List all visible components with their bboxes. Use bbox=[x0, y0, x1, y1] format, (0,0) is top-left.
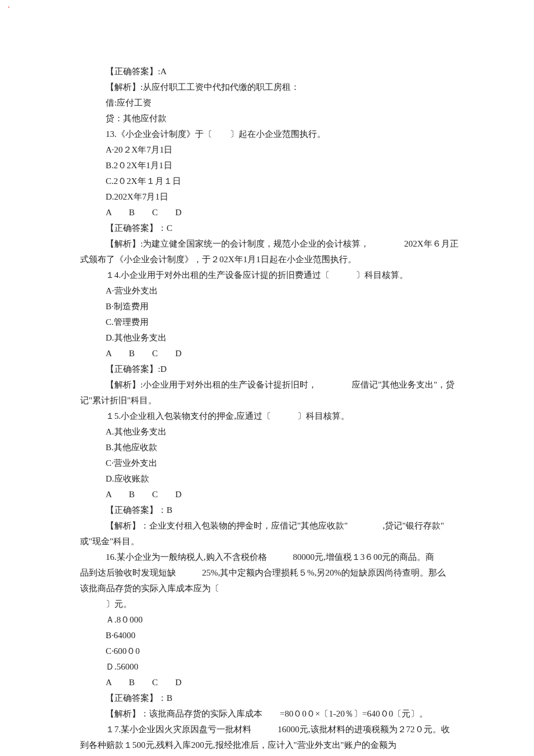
q16-abcd: A B C D bbox=[80, 675, 459, 690]
q12-credit: 贷：其他应付款 bbox=[80, 111, 459, 126]
q15-option-d: D.应收账款 bbox=[80, 471, 459, 487]
q15-abcd: A B C D bbox=[80, 487, 459, 502]
q14-option-d: D.其他业务支出 bbox=[80, 330, 459, 346]
q16-answer: 【正确答案】：B bbox=[80, 690, 459, 706]
q13-option-c: C.2０2X年１月１日 bbox=[80, 173, 459, 189]
q14-answer: 【正确答案】:D bbox=[80, 361, 459, 377]
q17-stem-2: 到各种赔款１500元,残料入库200元,报经批准后，应计入"营业外支出"账户的金… bbox=[80, 737, 459, 753]
q13-abcd: A B C D bbox=[80, 205, 459, 220]
q16-option-a: Ａ.8０000 bbox=[80, 612, 459, 628]
q13-analysis-2: 式颁布了《小企业会计制度》，于２02X年1月1日起在小企业范围执行。 bbox=[80, 252, 459, 267]
q14-analysis-1: 【解析】:小企业用于对外出租的生产设备计提折旧时， 应借记"其他业务支出"，贷 bbox=[80, 377, 459, 393]
q13-stem: 13.《小企业会计制度》于〔 〕起在小企业范围执行。 bbox=[80, 126, 459, 142]
q14-option-b: B·制造费用 bbox=[80, 299, 459, 314]
q16-stem-4: 〕元。 bbox=[80, 596, 459, 612]
q15-option-a: A.其他业务支出 bbox=[80, 424, 459, 440]
q16-stem-2: 品到达后验收时发现短缺 25%,其中定额内合理损耗５%,另20%的短缺原因尚待查… bbox=[80, 565, 459, 581]
q15-stem: １5.小企业租入包装物支付的押金,应通过〔 〕科目核算。 bbox=[80, 408, 459, 424]
page-content: 【正确答案】:A 【解析】:从应付职工工资中代扣代缴的职工房租： 借:应付工资 … bbox=[0, 0, 534, 756]
q16-option-b: B·64000 bbox=[80, 628, 459, 643]
q14-stem: １4.小企业用于对外出租的生产设备应计提的折旧费通过〔 〕科目核算。 bbox=[80, 267, 459, 283]
q14-analysis-2: 记"累计折旧"科目。 bbox=[80, 393, 459, 408]
q15-analysis-1: 【解析】：企业支付租入包装物的押金时，应借记"其他应收款" ,贷记"银行存款" bbox=[80, 518, 459, 534]
q15-analysis-2: 或"现金"科目。 bbox=[80, 534, 459, 549]
q14-option-c: C.管理费用 bbox=[80, 314, 459, 330]
q12-debit: 借:应付工资 bbox=[80, 95, 459, 111]
q16-analysis: 【解析】：该批商品存货的实际入库成本 =80０0０×〔1-20％〕=640０0〔… bbox=[80, 706, 459, 722]
q16-stem-1: 16.某小企业为一般纳税人,购入不含税价格 80000元,增值税１3６00元的商… bbox=[80, 549, 459, 565]
q13-answer: 【正确答案】：C bbox=[80, 220, 459, 236]
q13-analysis-1: 【解析】:为建立健全国家统一的会计制度，规范小企业的会计核算， 202X年６月正 bbox=[80, 236, 459, 252]
q13-option-b: B.2０2X年1月1日 bbox=[80, 158, 459, 173]
q15-option-b: B.其他应收款 bbox=[80, 440, 459, 455]
q15-answer: 【正确答案】：B bbox=[80, 502, 459, 518]
q14-abcd: A B C D bbox=[80, 346, 459, 361]
red-apostrophe: ' bbox=[8, 3, 9, 16]
q12-analysis: 【解析】:从应付职工工资中代扣代缴的职工房租： bbox=[80, 79, 459, 95]
q12-answer: 【正确答案】:A bbox=[80, 64, 459, 79]
q17-stem-1: １7.某小企业因火灾原因盘亏一批材料 16000元,该批材料的进项税额为２72０… bbox=[80, 722, 459, 737]
q13-option-d: D.202X年7月1日 bbox=[80, 189, 459, 205]
q16-option-c: C·600０0 bbox=[80, 643, 459, 659]
q15-option-c: C·营业外支出 bbox=[80, 455, 459, 471]
q16-stem-3: 该批商品存货的实际入库成本应为〔 bbox=[80, 581, 459, 596]
q14-option-a: A·营业外支出 bbox=[80, 283, 459, 299]
q16-option-d: Ｄ.56000 bbox=[80, 659, 459, 675]
q13-option-a: A·20２X年7月1日 bbox=[80, 142, 459, 158]
